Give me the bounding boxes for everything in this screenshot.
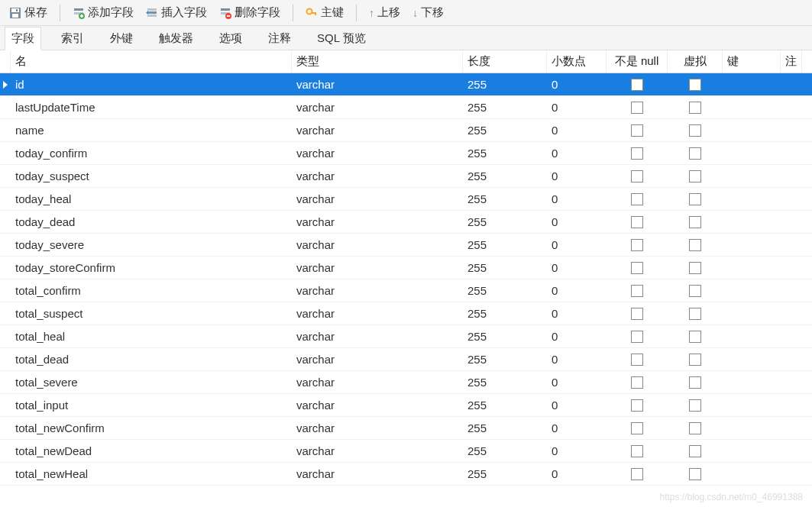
- field-name-cell[interactable]: lastUpdateTime: [11, 96, 292, 118]
- field-decimals-cell[interactable]: 0: [547, 325, 607, 347]
- field-length-cell[interactable]: 255: [463, 325, 547, 347]
- table-row[interactable]: today_storeConfirmvarchar2550: [0, 257, 812, 279]
- virtual-checkbox[interactable]: [689, 354, 701, 366]
- table-row[interactable]: total_inputvarchar2550: [0, 394, 812, 417]
- field-key-cell[interactable]: [723, 165, 781, 187]
- field-length-cell[interactable]: 255: [463, 142, 547, 164]
- field-decimals-cell[interactable]: 0: [547, 463, 607, 485]
- field-length-cell[interactable]: 255: [463, 119, 547, 141]
- field-name-cell[interactable]: today_dead: [11, 211, 292, 233]
- field-decimals-cell[interactable]: 0: [547, 234, 607, 256]
- table-row[interactable]: total_severevarchar2550: [0, 371, 812, 394]
- field-note-cell[interactable]: [781, 234, 802, 256]
- col-header-key[interactable]: 键: [723, 50, 781, 73]
- notnull-checkbox[interactable]: [631, 216, 643, 228]
- virtual-checkbox[interactable]: [689, 285, 701, 297]
- col-header-decimals[interactable]: 小数点: [547, 50, 607, 73]
- notnull-checkbox[interactable]: [631, 147, 643, 160]
- field-decimals-cell[interactable]: 0: [547, 348, 607, 370]
- field-type-cell[interactable]: varchar: [292, 188, 463, 210]
- field-type-cell[interactable]: varchar: [292, 371, 463, 393]
- field-note-cell[interactable]: [781, 73, 802, 95]
- field-decimals-cell[interactable]: 0: [547, 96, 607, 118]
- field-decimals-cell[interactable]: 0: [547, 417, 607, 439]
- field-key-cell[interactable]: [723, 142, 781, 164]
- notnull-checkbox[interactable]: [631, 331, 643, 343]
- field-key-cell[interactable]: [723, 73, 781, 95]
- notnull-checkbox[interactable]: [631, 170, 643, 182]
- virtual-checkbox[interactable]: [689, 124, 701, 137]
- field-note-cell[interactable]: [781, 257, 802, 279]
- col-header-virtual[interactable]: 虚拟: [668, 50, 723, 73]
- field-type-cell[interactable]: varchar: [292, 417, 463, 439]
- field-type-cell[interactable]: varchar: [292, 257, 463, 279]
- field-type-cell[interactable]: varchar: [292, 463, 463, 485]
- table-row[interactable]: today_healvarchar2550: [0, 188, 812, 211]
- field-type-cell[interactable]: varchar: [292, 234, 463, 256]
- field-decimals-cell[interactable]: 0: [547, 119, 607, 141]
- virtual-checkbox[interactable]: [689, 422, 701, 434]
- virtual-checkbox[interactable]: [689, 216, 701, 228]
- virtual-checkbox[interactable]: [689, 468, 701, 480]
- save-button[interactable]: 保存: [5, 4, 52, 21]
- virtual-checkbox[interactable]: [689, 331, 701, 343]
- field-key-cell[interactable]: [723, 119, 781, 141]
- field-length-cell[interactable]: 255: [463, 348, 547, 370]
- field-type-cell[interactable]: varchar: [292, 96, 463, 118]
- field-type-cell[interactable]: varchar: [292, 302, 463, 325]
- field-name-cell[interactable]: total_dead: [11, 348, 292, 370]
- notnull-checkbox[interactable]: [631, 124, 643, 137]
- notnull-checkbox[interactable]: [631, 79, 643, 91]
- field-key-cell[interactable]: [723, 417, 781, 439]
- field-decimals-cell[interactable]: 0: [547, 440, 607, 462]
- field-decimals-cell[interactable]: 0: [547, 394, 607, 416]
- virtual-checkbox[interactable]: [689, 308, 701, 320]
- field-note-cell[interactable]: [781, 394, 802, 416]
- col-header-notnull[interactable]: 不是 null: [607, 50, 668, 73]
- notnull-checkbox[interactable]: [631, 193, 643, 205]
- virtual-checkbox[interactable]: [689, 147, 701, 160]
- tab-4[interactable]: 选项: [213, 27, 248, 50]
- field-note-cell[interactable]: [781, 417, 802, 439]
- tab-2[interactable]: 外键: [104, 27, 139, 50]
- virtual-checkbox[interactable]: [689, 79, 701, 91]
- field-name-cell[interactable]: today_storeConfirm: [11, 257, 292, 279]
- tab-0[interactable]: 字段: [5, 27, 41, 50]
- field-type-cell[interactable]: varchar: [292, 394, 463, 416]
- field-note-cell[interactable]: [781, 96, 802, 118]
- virtual-checkbox[interactable]: [689, 376, 701, 389]
- notnull-checkbox[interactable]: [631, 239, 643, 251]
- field-name-cell[interactable]: id: [11, 73, 292, 95]
- table-row[interactable]: total_healvarchar2550: [0, 325, 812, 348]
- field-length-cell[interactable]: 255: [463, 440, 547, 462]
- notnull-checkbox[interactable]: [631, 262, 643, 274]
- field-length-cell[interactable]: 255: [463, 394, 547, 416]
- field-key-cell[interactable]: [723, 325, 781, 347]
- field-key-cell[interactable]: [723, 234, 781, 256]
- field-length-cell[interactable]: 255: [463, 257, 547, 279]
- field-key-cell[interactable]: [723, 96, 781, 118]
- field-key-cell[interactable]: [723, 371, 781, 393]
- field-note-cell[interactable]: [781, 119, 802, 141]
- notnull-checkbox[interactable]: [631, 445, 643, 457]
- field-type-cell[interactable]: varchar: [292, 440, 463, 462]
- table-row[interactable]: total_newConfirmvarchar2550: [0, 417, 812, 440]
- field-type-cell[interactable]: varchar: [292, 211, 463, 233]
- field-note-cell[interactable]: [781, 165, 802, 187]
- field-length-cell[interactable]: 255: [463, 302, 547, 325]
- field-key-cell[interactable]: [723, 463, 781, 485]
- field-note-cell[interactable]: [781, 188, 802, 210]
- field-note-cell[interactable]: [781, 211, 802, 233]
- field-decimals-cell[interactable]: 0: [547, 142, 607, 164]
- field-length-cell[interactable]: 255: [463, 73, 547, 95]
- notnull-checkbox[interactable]: [631, 354, 643, 366]
- field-decimals-cell[interactable]: 0: [547, 279, 607, 302]
- field-length-cell[interactable]: 255: [463, 417, 547, 439]
- field-length-cell[interactable]: 255: [463, 234, 547, 256]
- insert-field-button[interactable]: 插入字段: [141, 4, 212, 21]
- table-row[interactable]: today_suspectvarchar2550: [0, 165, 812, 188]
- virtual-checkbox[interactable]: [689, 239, 701, 251]
- table-row[interactable]: today_confirmvarchar2550: [0, 142, 812, 165]
- field-key-cell[interactable]: [723, 394, 781, 416]
- table-row[interactable]: idvarchar2550: [0, 73, 812, 96]
